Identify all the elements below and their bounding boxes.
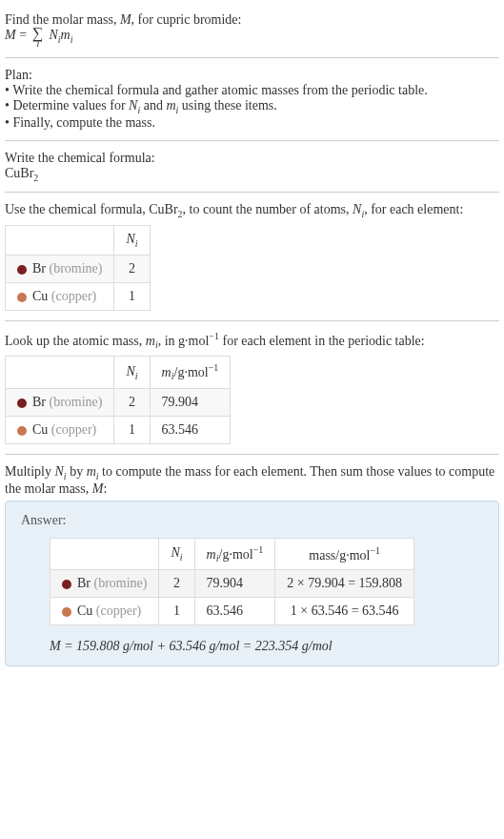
mi-value: 63.546 (150, 416, 231, 443)
final-result: M = 159.808 g/mol + 63.546 g/mol = 223.3… (50, 639, 483, 654)
text: • Determine values for (5, 98, 129, 113)
var-m: m (207, 546, 216, 561)
element-cell: Br (bromine) (6, 388, 114, 416)
table-header: mi/g·mol−1 (150, 357, 231, 388)
section-title: Write the chemical formula: (5, 151, 499, 166)
final-equation: = 159.808 g/mol + 63.546 g/mol = 223.354… (61, 639, 333, 653)
text: Find the molar mass, (5, 12, 120, 27)
sigma-index: i (36, 40, 39, 48)
answer-box: Answer: Ni mi/g·mol−1 mass/g·mol−1 Br (b… (5, 501, 499, 666)
text: for each element in the periodic table: (219, 334, 425, 348)
text: , for each element: (364, 202, 463, 216)
divider (5, 140, 499, 141)
divider (5, 320, 499, 321)
var-n: N (126, 232, 134, 246)
var-m: m (146, 334, 155, 348)
table-header: mi/g·mol−1 (194, 538, 275, 569)
element-name: (bromine) (50, 395, 103, 409)
var-n: N (126, 364, 134, 379)
mass-value: 2 × 79.904 = 159.808 (275, 570, 414, 598)
mass-table: Ni mi/g·mol−1 Br (bromine) 2 79.904 Cu (… (5, 356, 231, 443)
mass-section: Look up the atomic mass, mi, in g·mol−1 … (5, 323, 499, 452)
ni-value: 2 (114, 388, 150, 416)
sup: −1 (253, 544, 264, 555)
plan-bullet: • Determine values for Ni and mi using t… (5, 98, 499, 115)
mi-value: 79.904 (150, 388, 231, 416)
intro-section: Find the molar mass, M, for cupric bromi… (5, 5, 499, 55)
sup: −1 (370, 545, 380, 556)
var-m: M (50, 639, 61, 653)
element-name: (bromine) (50, 261, 103, 276)
var-n: N (353, 202, 361, 216)
element-cell: Br (bromine) (6, 255, 114, 282)
formula-section: Write the chemical formula: CuBr2 (5, 143, 499, 191)
count-text: Use the chemical formula, CuBr2, to coun… (5, 202, 499, 219)
var-m: M (120, 12, 131, 27)
chemical-formula: CuBr2 (5, 166, 499, 183)
text: Multiply (5, 464, 55, 479)
text: Look up the atomic mass, (5, 334, 146, 348)
divider (5, 192, 499, 193)
table-header (6, 357, 114, 388)
var-m: m (87, 464, 96, 479)
table-row: Cu (copper) 1 63.546 1 × 63.546 = 63.546 (50, 598, 414, 625)
element-cell: Cu (copper) (6, 416, 114, 443)
table-header-row: Ni mi/g·mol−1 (6, 357, 231, 388)
table-header-row: Ni (6, 226, 151, 256)
element-dot-icon (17, 426, 27, 436)
multiply-section: Multiply Ni by mi to compute the mass fo… (5, 457, 499, 674)
text: : (103, 481, 107, 496)
text: , for cupric bromide: (131, 12, 242, 27)
sub: i (71, 34, 73, 45)
plan-bullet: • Finally, compute the mass. (5, 115, 499, 131)
table-row: Cu (copper) 1 (6, 282, 151, 310)
element-symbol: Cu (32, 289, 48, 303)
multiply-text: Multiply Ni by mi to compute the mass fo… (5, 464, 499, 497)
mass-header: mass/g·mol (309, 547, 370, 562)
element-cell: Br (bromine) (50, 570, 159, 598)
element-dot-icon (17, 293, 27, 302)
table-header: Ni (114, 226, 150, 256)
text: and (140, 98, 166, 113)
molar-mass-formula: M = ∑ i Nimi (5, 28, 499, 48)
var-n: N (55, 464, 64, 479)
text: , to count the number of atoms, (183, 202, 353, 216)
text: , in g·mol (158, 334, 210, 348)
ni-value: 2 (159, 570, 194, 598)
element-symbol: Cu (77, 604, 92, 618)
mass-text: Look up the atomic mass, mi, in g·mol−1 … (5, 331, 499, 350)
sup: −1 (209, 331, 219, 341)
intro-text: Find the molar mass, M, for cupric bromi… (5, 12, 499, 28)
formula-text: CuBr (5, 166, 33, 180)
sub: i (135, 371, 138, 381)
equals: = (16, 28, 27, 42)
var-m: m (166, 98, 175, 113)
sup: −1 (209, 362, 219, 373)
text: by (67, 464, 87, 479)
element-dot-icon (17, 265, 27, 275)
mi-value: 79.904 (194, 570, 275, 598)
mass-value: 1 × 63.546 = 63.546 (275, 598, 414, 625)
element-cell: Cu (copper) (50, 598, 159, 625)
count-section: Use the chemical formula, CuBr2, to coun… (5, 194, 499, 318)
sub: i (135, 238, 138, 249)
element-symbol: Br (32, 395, 46, 409)
answer-label: Answer: (21, 513, 483, 528)
var-m: m (162, 365, 171, 379)
table-row: Br (bromine) 2 79.904 2 × 79.904 = 159.8… (50, 570, 414, 598)
table-header: Ni (114, 357, 150, 388)
element-name: (bromine) (94, 576, 148, 590)
table-header (6, 226, 114, 256)
element-name: (copper) (51, 422, 96, 437)
table-row: Br (bromine) 2 79.904 (6, 388, 231, 416)
element-dot-icon (62, 580, 71, 589)
unit: /g·mol (174, 365, 209, 379)
plan-title: Plan: (5, 68, 499, 83)
sub: i (180, 552, 183, 563)
table-header: mass/g·mol−1 (275, 538, 414, 569)
var-n: N (49, 28, 57, 42)
text: using these items. (178, 98, 276, 113)
sub: 2 (33, 172, 38, 182)
var-m: M (5, 28, 16, 42)
ni-value: 1 (114, 282, 150, 310)
